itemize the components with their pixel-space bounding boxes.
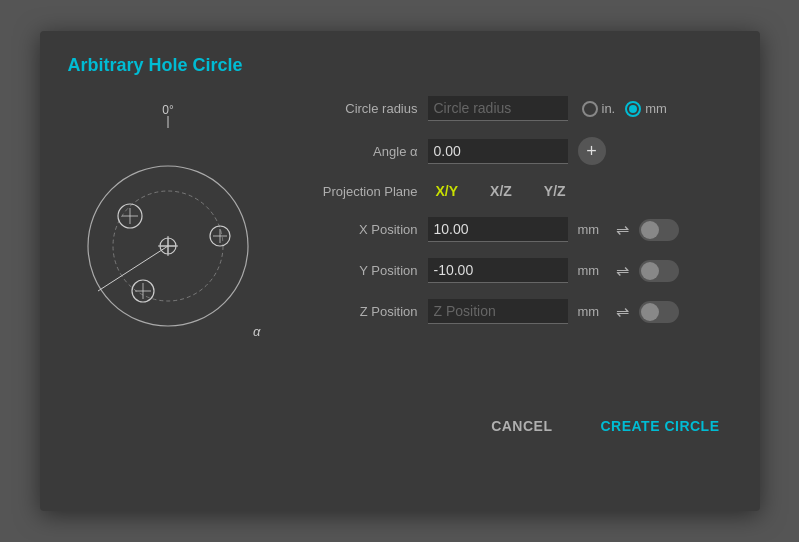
circle-diagram: 0° α bbox=[68, 96, 268, 376]
x-toggle-knob bbox=[641, 221, 659, 239]
projection-xz-button[interactable]: X/Z bbox=[486, 181, 516, 201]
circle-radius-label: Circle radius bbox=[288, 101, 418, 116]
z-toggle-knob bbox=[641, 303, 659, 321]
projection-yz-button[interactable]: Y/Z bbox=[540, 181, 570, 201]
cancel-button[interactable]: CANCEL bbox=[479, 408, 564, 444]
unit-in-radio[interactable] bbox=[582, 101, 598, 117]
projection-group: X/Y X/Z Y/Z bbox=[432, 181, 570, 201]
form-area: Circle radius in. mm bbox=[288, 96, 732, 380]
projection-xy-button[interactable]: X/Y bbox=[432, 181, 463, 201]
z-position-label: Z Position bbox=[288, 304, 418, 319]
z-position-input[interactable] bbox=[428, 299, 568, 324]
svg-text:α: α bbox=[253, 324, 261, 339]
x-swap-icon[interactable]: ⇌ bbox=[616, 220, 629, 239]
y-swap-icon[interactable]: ⇌ bbox=[616, 261, 629, 280]
x-position-row: X Position mm ⇌ bbox=[288, 217, 732, 242]
unit-mm-radio[interactable] bbox=[625, 101, 641, 117]
z-toggle[interactable] bbox=[639, 301, 679, 323]
z-position-row: Z Position mm ⇌ bbox=[288, 299, 732, 324]
angle-label: Angle α bbox=[288, 144, 418, 159]
unit-in-label[interactable]: in. bbox=[582, 101, 616, 117]
z-unit: mm bbox=[578, 304, 606, 319]
y-toggle[interactable] bbox=[639, 260, 679, 282]
unit-mm-label[interactable]: mm bbox=[625, 101, 667, 117]
x-unit: mm bbox=[578, 222, 606, 237]
diagram-area: 0° α bbox=[68, 96, 268, 380]
z-swap-icon[interactable]: ⇌ bbox=[616, 302, 629, 321]
y-toggle-knob bbox=[641, 262, 659, 280]
dialog-title: Arbitrary Hole Circle bbox=[68, 55, 732, 76]
y-position-label: Y Position bbox=[288, 263, 418, 278]
x-position-label: X Position bbox=[288, 222, 418, 237]
content-area: 0° α bbox=[68, 96, 732, 380]
add-angle-button[interactable]: + bbox=[578, 137, 606, 165]
y-position-input[interactable] bbox=[428, 258, 568, 283]
svg-text:0°: 0° bbox=[162, 103, 174, 117]
projection-label: Projection Plane bbox=[288, 184, 418, 199]
dialog-footer: CANCEL CREATE CIRCLE bbox=[68, 408, 732, 444]
circle-radius-input[interactable] bbox=[428, 96, 568, 121]
unit-group: in. mm bbox=[582, 101, 667, 117]
y-position-row: Y Position mm ⇌ bbox=[288, 258, 732, 283]
y-unit: mm bbox=[578, 263, 606, 278]
circle-radius-row: Circle radius in. mm bbox=[288, 96, 732, 121]
angle-input[interactable] bbox=[428, 139, 568, 164]
dialog: Arbitrary Hole Circle 0° α bbox=[40, 31, 760, 511]
x-position-input[interactable] bbox=[428, 217, 568, 242]
angle-row: Angle α + bbox=[288, 137, 732, 165]
create-circle-button[interactable]: CREATE CIRCLE bbox=[588, 408, 731, 444]
projection-row: Projection Plane X/Y X/Z Y/Z bbox=[288, 181, 732, 201]
radio-dot bbox=[629, 105, 637, 113]
x-toggle[interactable] bbox=[639, 219, 679, 241]
